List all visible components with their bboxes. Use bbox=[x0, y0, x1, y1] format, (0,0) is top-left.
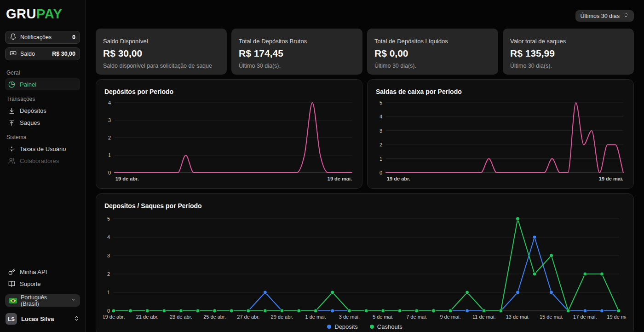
banknote-icon bbox=[10, 50, 17, 58]
app-root: GRUPAY Notificações 0 Saldo R$ 30,00 Ger… bbox=[0, 0, 644, 332]
user-menu[interactable]: LS Lucas Silva bbox=[5, 312, 80, 326]
stat-subtitle: Último 30 dia(s). bbox=[374, 63, 491, 69]
stat-title: Saldo Disponível bbox=[103, 38, 219, 45]
sidebar-item-label: Saques bbox=[20, 119, 40, 126]
sidebar-item-taxas[interactable]: Taxas de Usuário bbox=[5, 143, 80, 155]
svg-text:0: 0 bbox=[380, 170, 382, 175]
chart-depositos-plot: 0123419 de abr.19 de mai. bbox=[104, 98, 355, 183]
svg-text:23 de abr.: 23 de abr. bbox=[170, 314, 192, 320]
sidebar-item-colaboradores[interactable]: Colaboradores bbox=[5, 155, 80, 167]
language-select[interactable]: Português (Brasil) bbox=[5, 294, 80, 307]
main-content: Últimos 30 dias Saldo Disponível R$ 30,0… bbox=[86, 0, 644, 332]
svg-text:19 de mai.: 19 de mai. bbox=[328, 176, 352, 181]
stat-title: Total de Depósitos Brutos bbox=[239, 38, 355, 45]
notifications-button[interactable]: Notificações 0 bbox=[5, 31, 80, 44]
svg-text:19 de mai.: 19 de mai. bbox=[607, 314, 626, 320]
notifications-count: 0 bbox=[72, 34, 75, 41]
sidebar-item-saques[interactable]: Saques bbox=[5, 116, 80, 128]
bell-icon bbox=[10, 33, 17, 41]
language-label: Português (Brasil) bbox=[21, 294, 67, 307]
stat-value: R$ 0,00 bbox=[374, 48, 491, 59]
chart-title: Depósitos por Período bbox=[104, 88, 355, 95]
svg-text:19 de abr.: 19 de abr. bbox=[387, 176, 410, 181]
chevrons-up-down-icon bbox=[623, 12, 629, 19]
logo-text-gru: GRU bbox=[6, 6, 36, 21]
svg-text:11 de mai.: 11 de mai. bbox=[472, 314, 496, 320]
stat-card-valor-saques: Valor total de saques R$ 135,99 Último 3… bbox=[503, 29, 634, 75]
arrow-up-from-line-icon bbox=[8, 119, 15, 126]
brazil-flag-icon bbox=[9, 298, 17, 303]
stat-title: Total de Depósitos Líquidos bbox=[374, 38, 491, 45]
svg-text:5 de mai.: 5 de mai. bbox=[373, 314, 393, 320]
book-open-icon bbox=[8, 280, 15, 287]
balance-value: R$ 30,00 bbox=[52, 51, 75, 57]
sidebar-item-label: Colaboradores bbox=[20, 157, 59, 164]
chart-saidas-plot: 01234519 de abr.19 de mai. bbox=[375, 98, 626, 183]
svg-text:7 de mai.: 7 de mai. bbox=[406, 314, 427, 320]
legend-dot-green bbox=[370, 325, 374, 329]
svg-text:1: 1 bbox=[107, 290, 110, 295]
chevron-down-icon bbox=[70, 297, 76, 304]
svg-text:9 de mai.: 9 de mai. bbox=[440, 314, 460, 320]
svg-text:19 de abr.: 19 de abr. bbox=[115, 176, 139, 181]
sidebar-item-minha-api[interactable]: Minha API bbox=[5, 266, 80, 278]
stat-value: R$ 174,45 bbox=[239, 48, 355, 59]
stat-value: R$ 135,99 bbox=[510, 48, 627, 59]
stat-subtitle: Saldo disponível para solicitação de saq… bbox=[103, 63, 219, 69]
legend-item-cashouts: Cashouts bbox=[370, 323, 402, 330]
period-select[interactable]: Últimos 30 dias bbox=[575, 10, 634, 22]
svg-text:0: 0 bbox=[107, 308, 110, 314]
sidebar-item-label: Depósitos bbox=[20, 107, 46, 114]
section-label-general: Geral bbox=[6, 70, 80, 76]
avatar: LS bbox=[6, 313, 17, 325]
pie-chart-icon bbox=[8, 81, 15, 88]
svg-text:2: 2 bbox=[380, 142, 382, 147]
sidebar-item-painel[interactable]: Painel bbox=[5, 78, 80, 90]
chart-depositos-saques-plot: 01234519 de abr.21 de abr.23 de abr.25 d… bbox=[104, 212, 626, 321]
chart-legend: Deposits Cashouts bbox=[104, 323, 626, 330]
stat-card-depositos-brutos: Total de Depósitos Brutos R$ 174,45 Últi… bbox=[231, 29, 362, 75]
chevrons-up-down-icon bbox=[74, 315, 80, 323]
svg-text:2: 2 bbox=[108, 135, 111, 140]
svg-text:29 de abr.: 29 de abr. bbox=[271, 314, 293, 320]
balance-label: Saldo bbox=[20, 51, 48, 57]
svg-text:3 de mai.: 3 de mai. bbox=[339, 314, 360, 320]
svg-text:21 de abr.: 21 de abr. bbox=[136, 314, 159, 320]
sidebar-item-depositos[interactable]: Depósitos bbox=[5, 105, 80, 116]
charts-row: Depósitos por Período 0123419 de abr.19 … bbox=[96, 79, 634, 189]
section-label-transactions: Transações bbox=[6, 96, 80, 102]
users-icon bbox=[8, 157, 15, 164]
notifications-label: Notificações bbox=[20, 34, 69, 41]
arrow-down-to-line-icon bbox=[8, 107, 15, 114]
section-label-system: Sistema bbox=[6, 134, 80, 140]
svg-text:19 de abr.: 19 de abr. bbox=[104, 314, 125, 320]
stat-cards: Saldo Disponível R$ 30,00 Saldo disponív… bbox=[96, 29, 634, 75]
stat-card-saldo-disponivel: Saldo Disponível R$ 30,00 Saldo disponív… bbox=[96, 29, 227, 75]
legend-label: Deposits bbox=[334, 323, 358, 330]
svg-text:5: 5 bbox=[380, 100, 382, 105]
svg-text:25 de abr.: 25 de abr. bbox=[203, 314, 226, 320]
balance-button[interactable]: Saldo R$ 30,00 bbox=[5, 47, 80, 60]
key-icon bbox=[8, 268, 15, 275]
svg-text:19 de mai.: 19 de mai. bbox=[599, 176, 623, 181]
chart-title: Depositos / Saques por Período bbox=[104, 202, 626, 210]
user-name: Lucas Silva bbox=[21, 315, 69, 322]
sidebar-footer: Minha API Suporte Português (Brasil) LS bbox=[5, 266, 80, 326]
svg-text:2: 2 bbox=[107, 271, 110, 277]
svg-text:27 de abr.: 27 de abr. bbox=[237, 314, 259, 320]
svg-text:4: 4 bbox=[108, 100, 111, 105]
stat-title: Valor total de saques bbox=[510, 38, 627, 45]
sidebar-item-suporte[interactable]: Suporte bbox=[5, 278, 80, 290]
legend-dot-blue bbox=[327, 325, 331, 329]
divide-icon bbox=[8, 146, 15, 152]
sidebar-item-label: Suporte bbox=[20, 280, 41, 287]
chart-card-saidas: Saídas de caixa por Período 01234519 de … bbox=[367, 79, 634, 189]
sidebar: GRUPAY Notificações 0 Saldo R$ 30,00 Ger… bbox=[0, 0, 86, 332]
svg-text:3: 3 bbox=[380, 128, 382, 134]
svg-text:1 de mai.: 1 de mai. bbox=[305, 314, 326, 320]
svg-text:0: 0 bbox=[108, 170, 111, 175]
svg-text:1: 1 bbox=[108, 152, 111, 158]
svg-text:17 de mai.: 17 de mai. bbox=[573, 314, 597, 320]
logo-text-pay: PAY bbox=[36, 6, 62, 21]
chart-card-depositos: Depósitos por Período 0123419 de abr.19 … bbox=[96, 79, 362, 189]
